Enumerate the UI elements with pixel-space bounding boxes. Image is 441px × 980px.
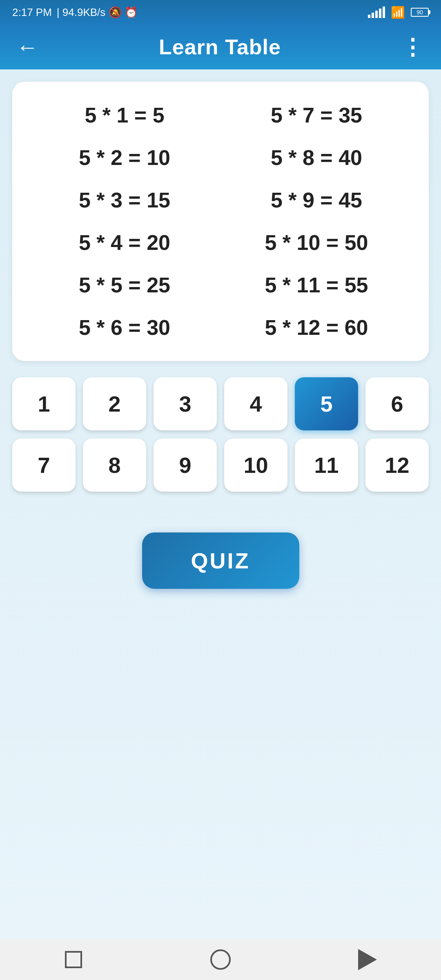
triangle-icon (358, 949, 377, 970)
table-row: 5 * 5 = 255 * 11 = 55 (29, 264, 412, 306)
table-row: 5 * 4 = 205 * 10 = 50 (29, 221, 412, 264)
table-cell-left: 5 * 1 = 5 (29, 103, 220, 127)
bottom-nav (0, 939, 441, 980)
number-button-12[interactable]: 12 (365, 439, 429, 492)
status-time: 2:17 PM (12, 6, 52, 19)
table-row: 5 * 6 = 305 * 12 = 60 (29, 306, 412, 349)
table-cell-left: 5 * 2 = 10 (29, 145, 220, 170)
nav-back-button[interactable] (351, 943, 384, 976)
status-left: 2:17 PM | 94.9KB/s 🔕 ⏰ (12, 6, 138, 19)
back-button[interactable]: ← (16, 34, 38, 60)
square-icon (65, 951, 82, 968)
table-cell-right: 5 * 9 = 45 (220, 188, 412, 212)
number-button-10[interactable]: 10 (224, 439, 287, 492)
table-cell-left: 5 * 5 = 25 (29, 273, 220, 297)
multiplication-table-card: 5 * 1 = 55 * 7 = 355 * 2 = 105 * 8 = 405… (12, 82, 429, 361)
main-content: 5 * 1 = 55 * 7 = 355 * 2 = 105 * 8 = 405… (0, 69, 441, 939)
status-right: 📶 90 (368, 6, 429, 19)
table-row: 5 * 2 = 105 * 8 = 40 (29, 136, 412, 179)
number-button-9[interactable]: 9 (154, 439, 217, 492)
app-bar: ← Learn Table ⋮ (0, 24, 441, 69)
table-row: 5 * 1 = 55 * 7 = 35 (29, 94, 412, 136)
number-button-6[interactable]: 6 (365, 377, 429, 430)
table-cell-left: 5 * 6 = 30 (29, 315, 220, 340)
number-row-2: 789101112 (12, 439, 429, 492)
table-row: 5 * 3 = 155 * 9 = 45 (29, 179, 412, 221)
number-row-1: 123456 (12, 377, 429, 430)
quiz-button[interactable]: QUIZ (142, 532, 299, 589)
table-cell-right: 5 * 10 = 50 (220, 230, 412, 255)
number-button-8[interactable]: 8 (83, 439, 146, 492)
number-button-5[interactable]: 5 (295, 377, 358, 430)
table-cell-right: 5 * 12 = 60 (220, 315, 412, 340)
circle-icon (210, 949, 231, 970)
table-cell-left: 5 * 4 = 20 (29, 230, 220, 255)
status-bar: 2:17 PM | 94.9KB/s 🔕 ⏰ 📶 90 (0, 0, 441, 24)
wifi-icon: 📶 (391, 6, 405, 19)
more-options-button[interactable]: ⋮ (401, 34, 425, 60)
number-button-1[interactable]: 1 (12, 377, 76, 430)
nav-square-button[interactable] (57, 943, 90, 976)
quiz-container: QUIZ (12, 508, 429, 605)
number-grid: 123456 789101112 (12, 377, 429, 492)
number-button-4[interactable]: 4 (224, 377, 287, 430)
page-title: Learn Table (159, 35, 281, 59)
nav-home-button[interactable] (204, 943, 237, 976)
battery-icon: 90 (411, 8, 429, 17)
table-cell-right: 5 * 11 = 55 (220, 273, 412, 297)
number-button-11[interactable]: 11 (295, 439, 358, 492)
table-cell-right: 5 * 7 = 35 (220, 103, 412, 127)
number-button-7[interactable]: 7 (12, 439, 76, 492)
status-network: | 94.9KB/s 🔕 ⏰ (57, 6, 138, 19)
number-button-2[interactable]: 2 (83, 377, 146, 430)
table-cell-left: 5 * 3 = 15 (29, 188, 220, 212)
number-button-3[interactable]: 3 (154, 377, 217, 430)
signal-icon (368, 7, 385, 18)
table-cell-right: 5 * 8 = 40 (220, 145, 412, 170)
